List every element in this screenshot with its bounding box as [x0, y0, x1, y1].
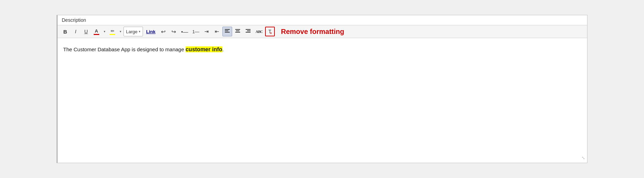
align-left-icon	[225, 29, 230, 35]
align-center-icon	[235, 29, 240, 35]
font-color-bar	[94, 34, 99, 35]
content-text-after: .	[222, 46, 224, 52]
svg-rect-4	[236, 30, 239, 31]
remove-formatting-label: Remove formatting	[281, 28, 344, 36]
align-center-button[interactable]	[233, 27, 243, 36]
svg-rect-1	[225, 30, 228, 31]
svg-rect-2	[225, 32, 230, 33]
font-color-dropdown[interactable]: ▾	[102, 27, 107, 36]
align-left-button[interactable]	[222, 27, 232, 36]
svg-rect-5	[235, 32, 240, 33]
spellcheck-button[interactable]: ABC	[254, 27, 264, 36]
editor-content[interactable]: The Customer Database App is designed to…	[58, 38, 587, 163]
redo-button[interactable]: ↪	[169, 27, 179, 36]
unordered-list-icon: •—	[181, 29, 188, 35]
editor-title: Description	[58, 15, 587, 25]
outdent-icon: ⇤	[215, 28, 219, 35]
svg-rect-8	[246, 32, 251, 33]
editor-container: Description B I U A ▾ ✏ ▾	[57, 15, 587, 163]
underline-button[interactable]: U	[81, 27, 91, 36]
resize-handle[interactable]: ⤡	[582, 155, 585, 161]
indent-button[interactable]: ⇥	[202, 27, 211, 36]
remove-formatting-button[interactable]: T✕	[265, 27, 275, 36]
svg-rect-3	[235, 29, 240, 30]
indent-icon: ⇥	[204, 28, 209, 35]
align-right-button[interactable]	[243, 27, 253, 36]
bold-icon: B	[63, 29, 67, 35]
link-button[interactable]: Link	[144, 27, 158, 36]
highlight-icon: ✏	[111, 28, 115, 34]
undo-icon: ↩	[161, 28, 166, 35]
font-color-label: A	[95, 28, 98, 34]
bold-button[interactable]: B	[60, 27, 70, 36]
align-right-icon	[246, 29, 251, 35]
italic-icon: I	[75, 29, 76, 34]
spellcheck-icon: ABC	[255, 29, 262, 34]
highlight-dropdown[interactable]: ▾	[118, 27, 123, 36]
link-label: Link	[146, 29, 155, 34]
italic-button[interactable]: I	[71, 27, 80, 36]
font-color-chevron-icon: ▾	[104, 30, 105, 33]
outdent-button[interactable]: ⇤	[212, 27, 222, 36]
highlight-color-bar	[110, 34, 115, 35]
font-size-chevron-icon: ▾	[139, 30, 141, 33]
highlight-chevron-icon: ▾	[120, 30, 121, 33]
ordered-list-icon: 1—	[192, 29, 199, 34]
svg-rect-7	[247, 30, 251, 31]
undo-button[interactable]: ↩	[159, 27, 168, 36]
svg-rect-6	[246, 29, 251, 30]
toolbar: B I U A ▾ ✏ ▾ Large ▾	[58, 25, 587, 38]
content-highlighted-text: customer info	[186, 46, 222, 52]
font-size-value: Large	[126, 29, 137, 34]
remove-formatting-icon: T✕	[268, 29, 271, 34]
title-label: Description	[62, 17, 86, 23]
ordered-list-button[interactable]: 1—	[190, 27, 201, 36]
underline-icon: U	[84, 29, 88, 34]
content-text-before: The Customer Database App is designed to…	[63, 46, 186, 52]
unordered-list-button[interactable]: •—	[179, 27, 190, 36]
redo-icon: ↪	[171, 28, 176, 35]
svg-rect-0	[225, 29, 230, 30]
font-size-dropdown[interactable]: Large ▾	[124, 27, 143, 36]
font-color-button[interactable]: A	[92, 27, 101, 36]
highlight-button[interactable]: ✏	[108, 27, 117, 36]
